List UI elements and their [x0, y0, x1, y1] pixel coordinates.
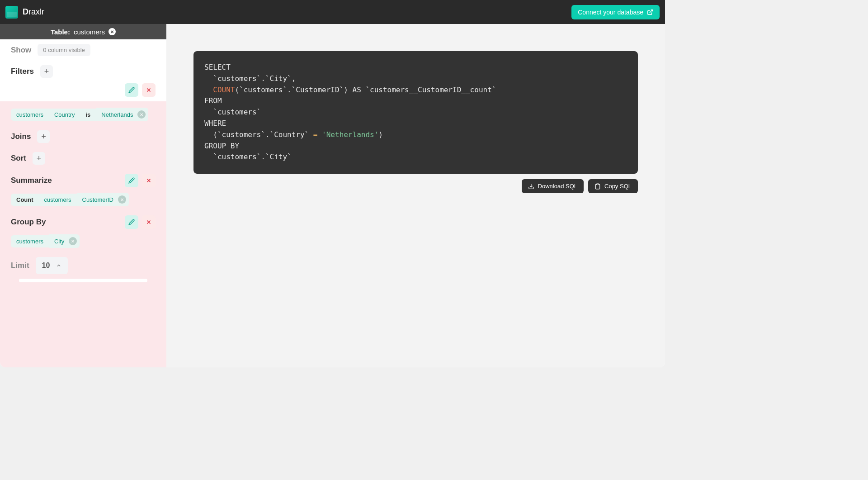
summarize-column[interactable]: CustomerID ✕ [77, 193, 129, 206]
limit-section: Limit 10 [0, 252, 166, 287]
remove-groupby-chip-button[interactable]: ✕ [69, 237, 77, 245]
filter-chip-row: customers Country is Netherlands ✕ [0, 101, 166, 126]
add-sort-button[interactable]: + [33, 152, 45, 165]
limit-title: Limit [11, 261, 29, 270]
summarize-func[interactable]: Count [11, 194, 39, 206]
edit-summarize-button[interactable] [125, 174, 138, 187]
delete-groupby-button[interactable] [142, 215, 156, 229]
summarize-table[interactable]: customers [39, 194, 77, 206]
chevron-up-icon [56, 263, 61, 268]
logo[interactable]: Draxlr [5, 6, 44, 19]
app-window: Draxlr Connect your database Table: cust… [0, 0, 665, 367]
close-icon [146, 87, 152, 93]
download-icon [528, 183, 534, 190]
external-link-icon [647, 9, 653, 15]
filters-title: Filters [11, 67, 34, 76]
svg-rect-8 [597, 184, 599, 185]
summarize-title: Summarize [11, 176, 52, 185]
sql-preview-area: SELECT `customers`.`City`, COUNT(`custom… [166, 24, 665, 367]
remove-summarize-chip-button[interactable]: ✕ [118, 195, 126, 204]
logo-icon [5, 6, 18, 19]
close-icon [146, 219, 152, 225]
scroll-indicator [19, 279, 147, 282]
sort-section: Sort + [0, 147, 166, 169]
groupby-column[interactable]: City ✕ [49, 234, 80, 248]
query-builder-sidebar: Table: customers ✕ Show 0 column visible [0, 24, 166, 367]
body: Table: customers ✕ Show 0 column visible [0, 24, 665, 367]
delete-filter-button[interactable] [142, 83, 156, 97]
table-header: Table: customers ✕ [0, 24, 166, 39]
visible-columns-chip[interactable]: 0 column visible [38, 44, 90, 56]
close-icon [146, 177, 152, 184]
edit-filter-button[interactable] [125, 83, 138, 97]
delete-summarize-button[interactable] [142, 174, 156, 187]
filter-value[interactable]: Netherlands ✕ [96, 108, 148, 121]
copy-sql-button[interactable]: Copy SQL [588, 179, 638, 193]
pencil-icon [128, 219, 135, 225]
clipboard-icon [594, 183, 601, 190]
filter-operator[interactable]: is [80, 109, 96, 121]
pencil-icon [128, 87, 135, 93]
logo-text: Draxlr [23, 7, 44, 17]
add-filter-button[interactable]: + [40, 65, 53, 78]
filters-section: Filters + [0, 61, 166, 78]
sql-actions: Download SQL Copy SQL [193, 179, 638, 193]
sort-title: Sort [11, 154, 26, 163]
table-name: customers [74, 28, 105, 36]
app-header: Draxlr Connect your database [0, 0, 665, 24]
filter-table[interactable]: customers [11, 109, 49, 121]
download-sql-button[interactable]: Download SQL [522, 179, 584, 193]
filter-column[interactable]: Country [49, 109, 80, 121]
connect-database-button[interactable]: Connect your database [571, 5, 660, 19]
filter-actions [0, 78, 166, 101]
joins-title: Joins [11, 132, 31, 141]
sidebar-content: Show 0 column visible Filters + [0, 39, 166, 367]
add-join-button[interactable]: + [37, 130, 50, 143]
table-label: Table: [51, 28, 70, 36]
show-section: Show 0 column visible [0, 39, 166, 61]
groupby-table[interactable]: customers [11, 235, 49, 247]
edit-groupby-button[interactable] [125, 215, 138, 229]
remove-filter-chip-button[interactable]: ✕ [137, 110, 146, 119]
limit-stepper[interactable]: 10 [36, 257, 68, 274]
close-table-button[interactable]: ✕ [108, 28, 116, 35]
groupby-title: Group By [11, 218, 46, 227]
show-title: Show [11, 46, 31, 55]
pencil-icon [128, 177, 135, 184]
joins-section: Joins + [0, 126, 166, 147]
groupby-section: Group By customers [0, 211, 166, 252]
summarize-section: Summarize Count custo [0, 169, 166, 211]
svg-line-0 [650, 10, 652, 12]
sql-code-block[interactable]: SELECT `customers`.`City`, COUNT(`custom… [193, 51, 638, 174]
